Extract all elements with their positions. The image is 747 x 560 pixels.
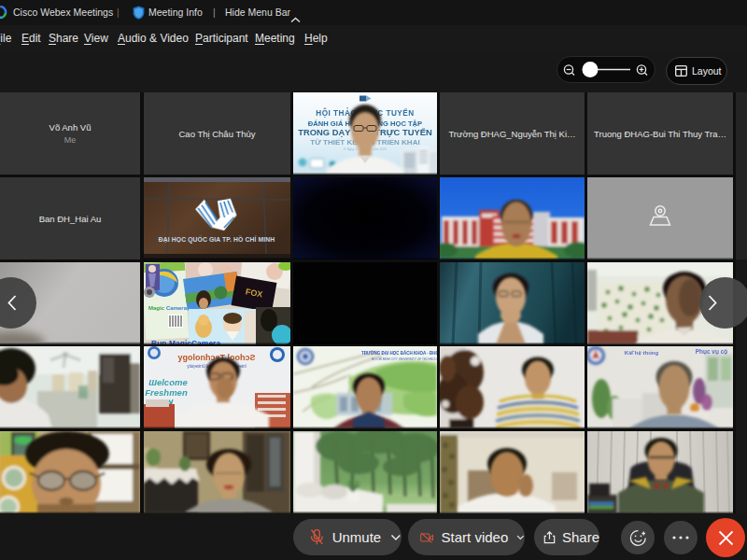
svg-text:Ɯelcome: Ɯelcome (148, 377, 188, 387)
svg-text:Freshmen: Freshmen (145, 387, 188, 398)
svg-text:TRƯỜNG ĐẠI HỌC BÁCH KHOA - ĐHQ: TRƯỜNG ĐẠI HỌC BÁCH KHOA - ĐHQG HCM (361, 349, 437, 356)
svg-text:HO CHI MINH CITY UNIVERSITY OF: HO CHI MINH CITY UNIVERSITY OF TECHNOLOG… (372, 357, 437, 361)
svg-text:Phục vụ cộ: Phục vụ cộ (696, 348, 728, 355)
svg-text:Magic: Magic (148, 305, 165, 311)
svg-text:Camera: Camera (166, 305, 188, 311)
svg-text:Kiể̂ hệ thống: Kiể̂ hệ thống (625, 350, 659, 356)
svg-text:ĐẠI HỌC QUỐC GIA TP. HỒ CHÍ MI: ĐẠI HỌC QUỐC GIA TP. HỒ CHÍ MINH (159, 234, 275, 244)
